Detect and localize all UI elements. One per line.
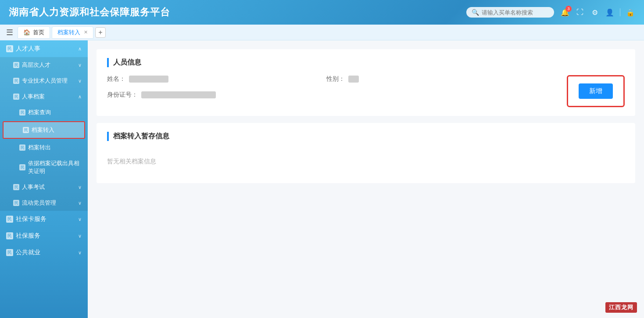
archive-arrow: ∧	[78, 94, 82, 100]
tab-archive-import[interactable]: 档案转入 ✕	[52, 26, 93, 39]
person-info-card: 人员信息 姓名： 性别：	[97, 49, 635, 116]
social-card-icon: 民	[6, 216, 13, 223]
archive-group: 民 人事档案 ∧ 民 档案查询 民 档案转入 民 档案转出 民	[0, 89, 88, 179]
search-input[interactable]	[482, 9, 552, 16]
sidebar-item-talent[interactable]: 民 人才人事 ∧	[0, 40, 88, 57]
archive-export-label: 档案转出	[28, 144, 51, 152]
senior-talent-arrow: ∨	[78, 62, 82, 68]
social-insurance-label: 社保服务	[16, 232, 40, 240]
search-box[interactable]: 🔍	[466, 7, 554, 18]
senior-talent-icon: 民	[13, 62, 19, 68]
party-icon: 民	[13, 200, 19, 206]
social-card-arrow: ∨	[78, 217, 82, 222]
archive-import-icon: 民	[23, 127, 29, 133]
divider	[620, 8, 620, 16]
talent-icon: 民	[6, 45, 13, 52]
party-group: 民 流动党员管理 ∨	[0, 195, 88, 211]
archive-tab-label: 档案转入	[57, 29, 80, 36]
name-value	[129, 76, 168, 83]
archive-query-icon: 民	[19, 109, 25, 116]
professional-group: 民 专业技术人员管理 ∨	[0, 73, 88, 89]
name-item: 姓名：	[107, 75, 168, 83]
tab-bar: ☰ 🏠 首页 档案转入 ✕ +	[0, 25, 644, 40]
gender-label: 性别：	[326, 75, 345, 83]
archive-export-icon: 民	[19, 145, 25, 151]
id-item: 身份证号：	[107, 91, 567, 99]
archive-cert-icon: 民	[19, 164, 25, 170]
sidebar-item-archive-query[interactable]: 民 档案查询	[0, 105, 88, 120]
social-card-label: 社保卡服务	[16, 215, 47, 223]
id-value	[141, 91, 216, 98]
notification-badge: 3	[565, 6, 572, 12]
archive-cert-label: 依据档案记载出具相关证明	[28, 159, 82, 175]
header-right: 🔍 🔔 3 ⛶ ⚙ 👤 🔒	[466, 7, 635, 18]
app-title: 湖南省人力资源和社会保障服务平台	[9, 6, 170, 19]
user-icon[interactable]: 👤	[605, 7, 615, 17]
tab-add-button[interactable]: +	[95, 27, 106, 38]
expand-icon[interactable]: ⛶	[575, 7, 585, 17]
archive-query-label: 档案查询	[28, 108, 51, 116]
exam-label: 人事考试	[22, 183, 45, 191]
sidebar-item-exam[interactable]: 民 人事考试 ∨	[0, 179, 88, 195]
employment-label: 公共就业	[16, 249, 40, 257]
sidebar: 民 人才人事 ∧ 民 高层次人才 ∨ 民 专业技术人员管理 ∨ 民 人事档案	[0, 40, 88, 318]
sidebar-item-social-insurance[interactable]: 民 社保服务 ∨	[0, 228, 88, 244]
tab-home[interactable]: 🏠 首页	[18, 26, 50, 39]
archive-label: 人事档案	[22, 93, 45, 101]
header: 湖南省人力资源和社会保障服务平台 🔍 🔔 3 ⛶ ⚙ 👤 🔒	[0, 0, 644, 25]
senior-talent-group: 民 高层次人才 ∨	[0, 57, 88, 73]
gender-item: 性别：	[326, 75, 359, 83]
employment-icon: 民	[6, 249, 13, 256]
home-tab-label: 首页	[33, 29, 44, 36]
new-button[interactable]: 新增	[579, 83, 613, 99]
archive-import-label: 档案转入	[32, 126, 54, 134]
menu-icon[interactable]: ☰	[4, 28, 16, 37]
archive-icon: 民	[13, 94, 19, 100]
layout: 民 人才人事 ∧ 民 高层次人才 ∨ 民 专业技术人员管理 ∨ 民 人事档案	[0, 40, 644, 318]
tab-close-icon[interactable]: ✕	[84, 29, 88, 35]
name-label: 姓名：	[107, 75, 125, 83]
new-btn-highlight: 新增	[567, 75, 625, 107]
exam-group: 民 人事考试 ∨	[0, 179, 88, 195]
party-label: 流动党员管理	[22, 199, 56, 207]
sidebar-item-archive[interactable]: 民 人事档案 ∧	[0, 89, 88, 105]
tab-add-icon: +	[98, 29, 102, 36]
employment-arrow: ∨	[78, 250, 82, 256]
sidebar-item-social-card[interactable]: 民 社保卡服务 ∨	[0, 211, 88, 228]
info-button-row: 姓名： 性别： 身份证号：	[107, 75, 625, 107]
social-insurance-icon: 民	[6, 232, 13, 239]
person-info-title: 人员信息	[107, 58, 625, 67]
talent-arrow: ∧	[78, 46, 82, 52]
sidebar-item-party[interactable]: 民 流动党员管理 ∨	[0, 195, 88, 211]
sidebar-item-senior-talent[interactable]: 民 高层次人才 ∨	[0, 57, 88, 73]
archive-temp-card: 档案转入暂存信息 暂无相关档案信息	[97, 123, 635, 183]
sidebar-item-archive-cert[interactable]: 民 依据档案记载出具相关证明	[0, 155, 88, 179]
sidebar-item-archive-import[interactable]: 民 档案转入	[3, 121, 85, 139]
id-label: 身份证号：	[107, 91, 138, 99]
exam-icon: 民	[13, 184, 19, 190]
lock-icon[interactable]: 🔒	[626, 7, 635, 17]
social-insurance-arrow: ∨	[78, 233, 82, 239]
professional-label: 专业技术人员管理	[22, 77, 68, 85]
empty-tip: 暂无相关档案信息	[107, 149, 625, 174]
archive-temp-title: 档案转入暂存信息	[107, 132, 625, 141]
header-icons: 🔔 3 ⛶ ⚙ 👤 🔒	[560, 7, 635, 17]
sidebar-item-archive-export[interactable]: 民 档案转出	[0, 140, 88, 155]
party-arrow: ∨	[78, 200, 82, 206]
main-content: 人员信息 姓名： 性别：	[88, 40, 644, 318]
professional-arrow: ∨	[78, 78, 82, 84]
exam-arrow: ∨	[78, 184, 82, 190]
bell-icon[interactable]: 🔔 3	[560, 7, 570, 17]
sidebar-item-professional[interactable]: 民 专业技术人员管理 ∨	[0, 73, 88, 89]
settings-icon[interactable]: ⚙	[590, 7, 600, 17]
professional-icon: 民	[13, 78, 19, 84]
home-tab-icon: 🏠	[23, 29, 30, 36]
person-info-fields: 姓名： 性别： 身份证号：	[107, 75, 567, 99]
search-icon: 🔍	[472, 9, 479, 16]
talent-label: 人才人事	[16, 45, 40, 53]
sidebar-item-employment[interactable]: 民 公共就业 ∨	[0, 244, 88, 261]
senior-talent-label: 高层次人才	[22, 61, 50, 69]
gender-value	[348, 76, 359, 83]
